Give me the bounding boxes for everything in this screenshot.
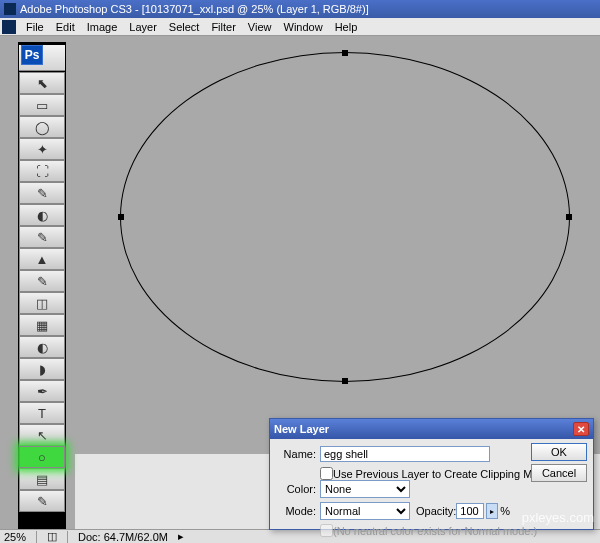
marquee-tool[interactable]: ▭ (19, 94, 65, 116)
heal-tool[interactable]: ◐ (19, 204, 65, 226)
ps-logo: Ps (21, 45, 43, 65)
pen-tool[interactable]: ✒ (19, 380, 65, 402)
menu-file[interactable]: File (20, 21, 50, 33)
anchor-bottom[interactable] (342, 378, 348, 384)
opacity-input[interactable] (456, 503, 484, 519)
name-input[interactable] (320, 446, 490, 462)
wand-tool[interactable]: ✦ (19, 138, 65, 160)
zoom-level[interactable]: 25% (4, 531, 26, 543)
gradient-tool[interactable]: ▦ (19, 314, 65, 336)
neutral-checkbox (320, 524, 333, 537)
name-label: Name: (278, 448, 316, 460)
doc-size: Doc: 64.7M/62.0M (78, 531, 168, 543)
close-icon[interactable]: ✕ (573, 422, 589, 436)
tools-header: Ps (19, 45, 65, 71)
canvas[interactable] (75, 42, 590, 473)
menu-edit[interactable]: Edit (50, 21, 81, 33)
title-bar: Adobe Photoshop CS3 - [10137071_xxl.psd … (0, 0, 600, 18)
clip-label: Use Previous Layer to Create Clipping Ma… (333, 468, 549, 480)
stamp-tool[interactable]: ▲ (19, 248, 65, 270)
title-text: Adobe Photoshop CS3 - [10137071_xxl.psd … (20, 3, 369, 15)
tools-panel: Ps ⬉ ▭ ◯ ✦ ⛶ ✎ ◐ ✎ ▲ ✎ ◫ ▦ ◐ ◗ ✒ T ↖ ○ ▤… (18, 42, 66, 532)
anchor-right[interactable] (566, 214, 572, 220)
menu-image[interactable]: Image (81, 21, 124, 33)
lasso-tool[interactable]: ◯ (19, 116, 65, 138)
opacity-arrow-icon[interactable]: ▸ (486, 503, 498, 519)
anchor-left[interactable] (118, 214, 124, 220)
shape-tool[interactable]: ○ (19, 446, 65, 468)
slice-tool[interactable]: ✎ (19, 182, 65, 204)
ellipse-path[interactable] (120, 52, 570, 382)
menu-layer[interactable]: Layer (123, 21, 163, 33)
menu-view[interactable]: View (242, 21, 278, 33)
path-tool[interactable]: ↖ (19, 424, 65, 446)
dodge-tool[interactable]: ◗ (19, 358, 65, 380)
menu-filter[interactable]: Filter (205, 21, 241, 33)
blur-tool[interactable]: ◐ (19, 336, 65, 358)
color-label: Color: (278, 483, 316, 495)
anchor-top[interactable] (342, 50, 348, 56)
color-select[interactable]: None (320, 480, 410, 498)
clip-checkbox[interactable] (320, 467, 333, 480)
dialog-title-bar[interactable]: New Layer ✕ (270, 419, 593, 439)
move-tool[interactable]: ⬉ (19, 72, 65, 94)
opacity-unit: % (500, 505, 510, 517)
type-tool[interactable]: T (19, 402, 65, 424)
menu-help[interactable]: Help (329, 21, 364, 33)
mode-select[interactable]: Normal (320, 502, 410, 520)
window-icon (2, 20, 16, 34)
history-tool[interactable]: ✎ (19, 270, 65, 292)
opacity-label: Opacity: (416, 505, 456, 517)
notes-tool[interactable]: ▤ (19, 468, 65, 490)
crop-tool[interactable]: ⛶ (19, 160, 65, 182)
neutral-label: (No neutral color exists for Normal mode… (333, 525, 537, 537)
watermark: pxleyes.com (522, 510, 594, 525)
dialog-title-text: New Layer (274, 423, 329, 435)
eraser-tool[interactable]: ◫ (19, 292, 65, 314)
menu-window[interactable]: Window (278, 21, 329, 33)
menu-bar: File Edit Image Layer Select Filter View… (0, 18, 600, 36)
mode-label: Mode: (278, 505, 316, 517)
brush-tool[interactable]: ✎ (19, 226, 65, 248)
menu-select[interactable]: Select (163, 21, 206, 33)
eyedropper-tool[interactable]: ✎ (19, 490, 65, 512)
app-icon (4, 3, 16, 15)
ok-button[interactable]: OK (531, 443, 587, 461)
cancel-button[interactable]: Cancel (531, 464, 587, 482)
